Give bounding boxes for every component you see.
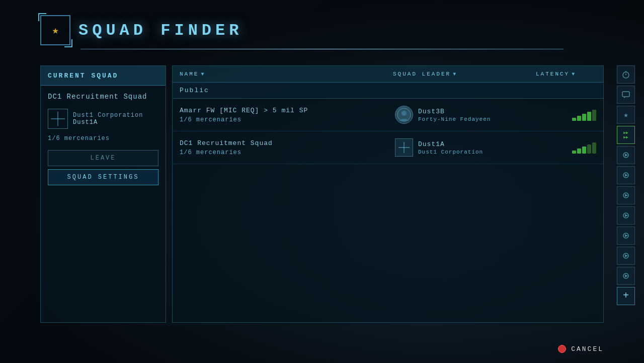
signal-bar-2 xyxy=(577,116,581,121)
leader-sort-arrow[interactable]: ▼ xyxy=(453,71,457,77)
right-panel: NAME ▼ SQUAD LEADER ▼ LATENCY ▼ Public A… xyxy=(172,65,604,323)
squad-list: Amarr FW [MIC REQ] > 5 mil SP 1/6 mercen… xyxy=(173,99,603,322)
nav-btn-3[interactable] xyxy=(617,186,635,204)
table-row[interactable]: DC1 Recruitment Squad 1/6 mercenaries Du… xyxy=(173,131,603,164)
cancel-button[interactable]: CANCEL xyxy=(571,345,604,353)
svg-marker-13 xyxy=(625,214,628,217)
table-header: NAME ▼ SQUAD LEADER ▼ LATENCY ▼ xyxy=(173,66,603,83)
svg-marker-11 xyxy=(625,194,628,197)
nav-btn-4[interactable] xyxy=(617,206,635,225)
panel-header: CURRENT SQUAD xyxy=(41,66,166,86)
member-info: Dust1 Corporation Dust1A xyxy=(73,112,158,126)
signal-bar-4 xyxy=(587,112,591,121)
squad-row-info: DC1 Recruitment Squad 1/6 mercenaries xyxy=(180,139,395,156)
left-panel: CURRENT SQUAD DC1 Recruitment Squad Dust… xyxy=(40,65,166,323)
merc-count: 1/6 mercenaries xyxy=(48,135,158,142)
col-leader-header: SQUAD LEADER ▼ xyxy=(393,71,534,77)
cancel-dot xyxy=(558,345,566,353)
name-sort-arrow[interactable]: ▼ xyxy=(201,71,205,77)
svg-point-1 xyxy=(401,111,407,116)
nav-btn-6[interactable] xyxy=(617,247,635,265)
signal-bar-5 xyxy=(592,142,596,154)
star-sidebar-btn[interactable]: ★ xyxy=(617,106,635,124)
nav-btn-5[interactable] xyxy=(617,227,635,245)
svg-rect-5 xyxy=(622,92,629,97)
squad-settings-button[interactable]: SQUAD SETTINGS xyxy=(48,169,158,185)
page-title: SQUAD FINDER xyxy=(78,21,243,40)
signal-bar-4 xyxy=(587,144,591,154)
signal-bar-3 xyxy=(582,114,586,121)
nav-btn-7[interactable] xyxy=(617,267,635,285)
leader-crosshair-icon xyxy=(398,142,410,153)
squad-row-latency xyxy=(536,141,596,154)
member-name: Dust1A xyxy=(73,119,158,126)
add-sidebar-btn[interactable]: + xyxy=(617,287,635,305)
member-icon xyxy=(48,109,68,129)
signal-bar-3 xyxy=(582,147,586,154)
latency-sort-arrow[interactable]: ▼ xyxy=(572,71,576,77)
member-corp: Dust1 Corporation xyxy=(73,112,158,119)
main-content: CURRENT SQUAD DC1 Recruitment Squad Dust… xyxy=(40,65,604,323)
squad-row-latency xyxy=(536,109,596,121)
bracket-icon: ★ xyxy=(40,15,70,45)
current-squad-label: CURRENT SQUAD xyxy=(48,72,118,80)
signal-bar-2 xyxy=(577,149,581,154)
squad-row-name: Amarr FW [MIC REQ] > 5 mil SP xyxy=(180,107,395,114)
bottom-bar: CANCEL xyxy=(558,345,604,353)
header-bracket: ★ SQUAD FINDER xyxy=(40,15,604,45)
svg-marker-15 xyxy=(625,234,628,237)
nav-btn-2[interactable] xyxy=(617,166,635,184)
nav-btn-1[interactable] xyxy=(617,146,635,164)
leader-name: Dust1A xyxy=(418,140,536,148)
leader-name: Dust3B xyxy=(418,108,536,115)
squad-row-leader: Dust1A Dust1 Corporation xyxy=(395,138,536,157)
squad-row-name: DC1 Recruitment Squad xyxy=(180,139,395,147)
header-area: ★ SQUAD FINDER xyxy=(40,15,604,45)
squad-name: DC1 Recruitment Squad xyxy=(48,93,158,101)
status-sidebar-btn[interactable]: ▶▶ ▶▶ xyxy=(617,126,635,144)
crosshair-icon xyxy=(51,112,65,126)
leader-avatar xyxy=(395,106,413,124)
header-line xyxy=(80,49,564,49)
squad-row-leader: Dust3B Forty-Nine Fedayeen xyxy=(395,106,536,124)
squad-row-info: Amarr FW [MIC REQ] > 5 mil SP 1/6 mercen… xyxy=(180,107,395,123)
col-latency-header: LATENCY ▼ xyxy=(536,71,596,77)
leader-info: Dust1A Dust1 Corporation xyxy=(418,140,536,155)
table-row[interactable]: Amarr FW [MIC REQ] > 5 mil SP 1/6 mercen… xyxy=(173,99,603,131)
leave-button[interactable]: LEAVE xyxy=(48,150,158,166)
svg-marker-9 xyxy=(625,174,628,177)
leader-avatar-square xyxy=(395,138,413,157)
header-star-icon: ★ xyxy=(52,24,58,37)
leader-corp: Forty-Nine Fedayeen xyxy=(418,116,536,122)
filter-label: Public xyxy=(173,83,603,99)
right-sidebar: ★ ▶▶ ▶▶ xyxy=(617,65,639,323)
panel-body: DC1 Recruitment Squad Dust1 Corporation … xyxy=(41,86,166,192)
squad-row-mercs: 1/6 mercenaries xyxy=(180,149,395,156)
leader-info: Dust3B Forty-Nine Fedayeen xyxy=(418,108,536,122)
signal-bar-1 xyxy=(572,118,576,121)
svg-marker-17 xyxy=(625,254,628,257)
signal-bar-5 xyxy=(592,110,596,121)
signal-bars xyxy=(572,109,596,121)
svg-marker-19 xyxy=(625,274,628,277)
squad-row-mercs: 1/6 mercenaries xyxy=(180,116,395,123)
leader-corp: Dust1 Corporation xyxy=(418,149,536,155)
col-name-header: NAME ▼ xyxy=(180,71,391,77)
signal-bars xyxy=(572,141,596,154)
chat-sidebar-btn[interactable] xyxy=(617,86,635,104)
svg-marker-7 xyxy=(625,154,628,157)
timer-sidebar-btn[interactable] xyxy=(617,65,635,84)
signal-bar-1 xyxy=(572,151,576,154)
squad-member: Dust1 Corporation Dust1A xyxy=(48,109,158,129)
